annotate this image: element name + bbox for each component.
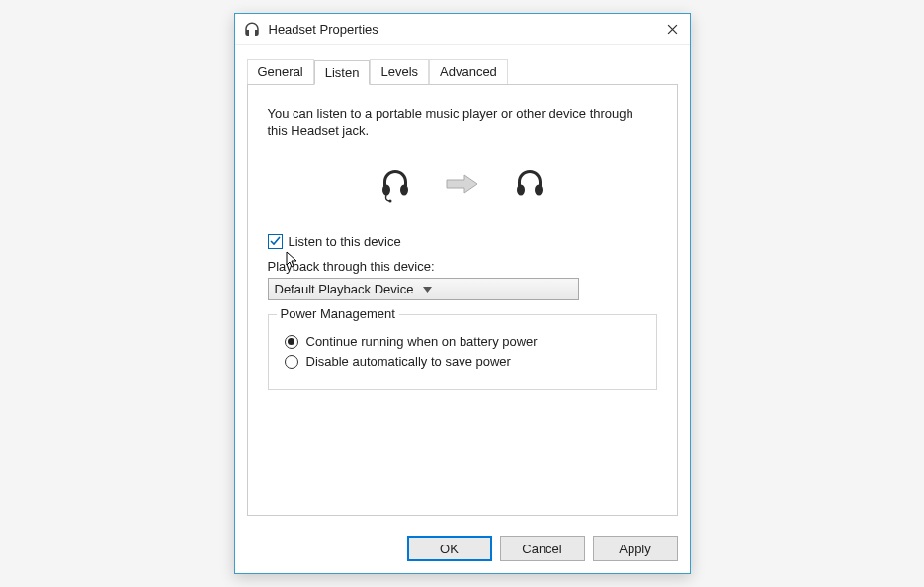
titlebar: Headset Properties: [235, 14, 690, 45]
arrow-right-icon: [445, 172, 480, 199]
svg-point-0: [382, 185, 390, 196]
listen-checkbox[interactable]: [268, 234, 283, 249]
apply-button[interactable]: Apply: [593, 536, 678, 561]
svg-point-4: [535, 185, 543, 196]
tab-advanced[interactable]: Advanced: [429, 59, 508, 84]
headset-properties-dialog: Headset Properties General Listen Levels…: [234, 13, 691, 574]
listen-checkbox-row: Listen to this device: [268, 234, 657, 249]
headset-with-mic-icon: [376, 164, 415, 207]
svg-point-2: [388, 200, 391, 203]
window-title: Headset Properties: [269, 22, 664, 37]
tab-levels[interactable]: Levels: [370, 59, 429, 84]
illustration: [268, 164, 657, 207]
svg-point-3: [517, 185, 525, 196]
power-management-group: Power Management Continue running when o…: [268, 314, 657, 390]
ok-button[interactable]: OK: [407, 536, 492, 561]
power-management-legend: Power Management: [277, 306, 399, 321]
headset-icon: [243, 21, 261, 39]
tab-general[interactable]: General: [247, 59, 314, 84]
radio-disable[interactable]: [285, 355, 298, 369]
radio-disable-row: Disable automatically to save power: [285, 354, 640, 369]
close-button[interactable]: [664, 21, 682, 39]
radio-continue[interactable]: [285, 335, 298, 349]
dialog-buttons: OK Cancel Apply: [235, 528, 690, 573]
radio-continue-row: Continue running when on battery power: [285, 334, 640, 349]
playback-label: Playback through this device:: [268, 259, 657, 274]
listen-checkbox-label: Listen to this device: [289, 234, 401, 249]
tab-listen[interactable]: Listen: [314, 60, 371, 85]
chevron-down-icon: [423, 284, 572, 294]
cancel-button[interactable]: Cancel: [500, 536, 585, 561]
description-text: You can listen to a portable music playe…: [268, 105, 657, 140]
radio-continue-label: Continue running when on battery power: [306, 334, 538, 349]
tabs: General Listen Levels Advanced: [247, 59, 678, 84]
headphones-icon: [510, 164, 549, 207]
tab-panel-listen: You can listen to a portable music playe…: [247, 84, 678, 516]
playback-device-selected: Default Playback Device: [275, 282, 424, 296]
playback-device-dropdown[interactable]: Default Playback Device: [268, 278, 579, 300]
svg-point-1: [400, 185, 408, 196]
radio-disable-label: Disable automatically to save power: [306, 354, 511, 369]
